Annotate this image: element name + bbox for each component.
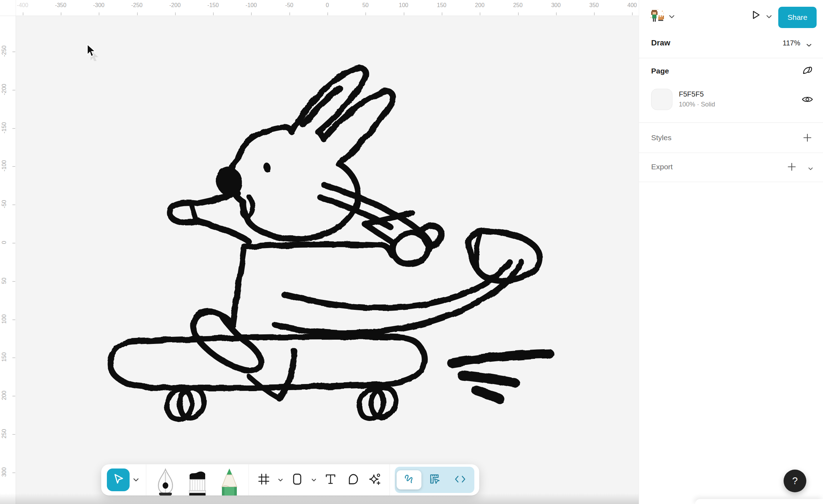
divider: [639, 182, 823, 182]
ruler-label: -300: [85, 2, 113, 9]
plus-icon: [787, 162, 796, 173]
vertical-ruler: -250-200-150-100-50050100150200250300: [0, 16, 16, 504]
ruler-label: 100: [1, 305, 7, 333]
ruler-cursor-icon: [429, 473, 441, 487]
actions-tool-button[interactable]: [365, 471, 384, 489]
ruler-label: -100: [1, 152, 7, 180]
pixel-avatar: [650, 9, 664, 22]
ruler-label: -100: [237, 2, 265, 9]
ruler-corner: [0, 0, 16, 16]
pencil-tool-button[interactable]: [216, 464, 243, 495]
chevron-down-icon: [278, 477, 283, 483]
ruler-label: 350: [580, 2, 608, 9]
frame-icon: [258, 473, 270, 487]
pen-tool-button[interactable]: [152, 464, 179, 495]
ruler-label: 50: [1, 267, 7, 295]
mouse-cursor: [87, 44, 101, 62]
text-tool-button[interactable]: [321, 471, 340, 489]
bunny-skateboard-drawing[interactable]: [0, 0, 639, 504]
frame-tool-button[interactable]: [255, 471, 273, 489]
ruler-label: 250: [504, 2, 532, 9]
divider: [639, 122, 823, 123]
page-section-header: Page: [639, 64, 823, 80]
ruler-label: -150: [1, 114, 7, 142]
ruler-label: 50: [351, 2, 380, 9]
rectangle-icon: [291, 473, 303, 487]
divider: [639, 153, 823, 153]
view-row: Draw 117%: [639, 35, 823, 52]
ruler-label: -250: [1, 37, 7, 65]
ruler-label: -50: [1, 190, 7, 218]
text-icon: [325, 473, 337, 487]
fill-hex-value[interactable]: F5F5F5: [679, 90, 704, 98]
divider: [639, 58, 823, 58]
comment-tool-button[interactable]: [343, 471, 362, 489]
account-dropdown[interactable]: [669, 13, 675, 20]
page-fill-row[interactable]: F5F5F5 100% · Solid: [639, 89, 823, 111]
page-section-title: Page: [651, 67, 669, 75]
export-section: Export: [639, 160, 823, 176]
export-dropdown[interactable]: [808, 165, 813, 172]
mode-label: Draw: [651, 38, 670, 48]
ruler-label: -150: [199, 2, 227, 9]
select-tool-dropdown[interactable]: [132, 477, 140, 483]
ruler-label: 200: [465, 2, 494, 9]
sparkle-plus-icon: [368, 473, 381, 487]
ruler-label: 100: [389, 2, 418, 9]
drawing-toolbar: [101, 464, 479, 495]
mode-design-button[interactable]: [422, 470, 447, 489]
ruler-label: -50: [275, 2, 304, 9]
ruler-label: -350: [47, 2, 75, 9]
mode-dev-button[interactable]: [448, 470, 473, 489]
shape-tool-button[interactable]: [288, 471, 306, 489]
share-button[interactable]: Share: [778, 7, 817, 28]
ruler-label: 0: [1, 228, 7, 257]
avatar[interactable]: [649, 8, 666, 25]
right-sidebar: Share Draw 117% Page F5F5F5 100% · Solid: [639, 0, 823, 504]
marker-tool-button[interactable]: [184, 464, 211, 495]
speech-bubble-icon: [347, 473, 359, 487]
horizontal-ruler: -400-350-300-250-200-150-100-50050100150…: [0, 0, 639, 16]
add-export-button[interactable]: [785, 161, 798, 174]
plus-icon: [803, 133, 812, 144]
ruler-label: 0: [313, 2, 342, 9]
pages-button[interactable]: [801, 65, 814, 77]
toolbar-divider: [389, 464, 390, 495]
color-swatch[interactable]: [651, 89, 672, 110]
help-button[interactable]: ?: [784, 470, 806, 492]
frame-tool-dropdown[interactable]: [277, 477, 284, 483]
ruler-label: -200: [161, 2, 189, 9]
bottom-corner-panel: [695, 499, 823, 504]
ruler-label: 150: [427, 2, 456, 9]
chevron-down-icon: [808, 165, 813, 171]
shape-tool-dropdown[interactable]: [310, 477, 318, 483]
play-icon: [750, 9, 761, 22]
present-dropdown[interactable]: [766, 13, 772, 20]
zoom-dropdown[interactable]: [806, 42, 812, 48]
select-tool-button[interactable]: [107, 469, 130, 491]
toggle-visibility-button[interactable]: [801, 94, 814, 106]
cursor-icon: [112, 473, 124, 487]
canvas[interactable]: -400-350-300-250-200-150-100-50050100150…: [0, 0, 639, 504]
pages-icon: [802, 65, 813, 77]
export-section-title: Export: [651, 163, 673, 171]
sidebar-header: Share: [639, 5, 823, 28]
sketch-strokes: [110, 68, 549, 422]
ruler-label: -250: [123, 2, 151, 9]
ruler-label: 150: [1, 343, 7, 371]
speed-lines: [452, 354, 549, 399]
mode-draw-button[interactable]: [397, 470, 421, 489]
ruler-label: 300: [1, 458, 7, 486]
fill-meta: 100% · Solid: [679, 101, 715, 108]
styles-section: Styles: [639, 131, 823, 147]
add-style-button[interactable]: [801, 132, 814, 145]
scribble-icon: [403, 473, 415, 487]
code-icon: [454, 473, 466, 487]
ruler-label: 300: [542, 2, 570, 9]
present-button[interactable]: [748, 8, 763, 23]
ruler-label: -200: [1, 75, 7, 104]
ruler-label: 250: [1, 420, 7, 448]
eye-icon: [801, 95, 813, 105]
zoom-value[interactable]: 117%: [783, 39, 800, 47]
chevron-down-icon: [669, 13, 675, 20]
